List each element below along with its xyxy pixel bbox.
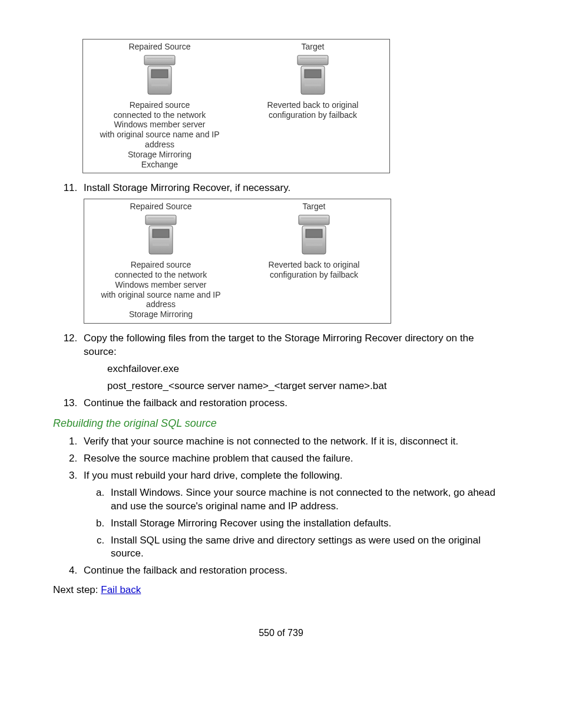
sql-step-4: Continue the failback and restoration pr… <box>80 564 509 578</box>
page-number: 550 of 739 <box>53 627 509 640</box>
diagram1-left-caption-1: Repaired source <box>85 100 234 110</box>
sql-step-3b-text: Install Storage Mirroring Recover using … <box>111 518 391 529</box>
sql-step-3c: Install SQL using the same drive and dir… <box>107 534 509 561</box>
server-icon <box>143 54 176 97</box>
svg-rect-4 <box>151 70 168 78</box>
svg-rect-23 <box>301 220 327 221</box>
next-step-line: Next step: Fail back <box>53 584 509 597</box>
svg-rect-5 <box>151 80 168 83</box>
sql-step-4-text: Continue the failback and restoration pr… <box>84 565 287 576</box>
diagram2-left-caption-2: connected to the network <box>87 270 235 280</box>
diagram2-right-caption-2: configuration by failback <box>240 270 388 280</box>
svg-rect-11 <box>305 70 321 78</box>
sql-step-3a: Install Windows. Since your source machi… <box>107 486 509 513</box>
step-11-text: Install Storage Mirroring Recover, if ne… <box>84 182 290 193</box>
file-2: post_restore_<source server name>_<targe… <box>107 380 509 393</box>
section-heading-sql: Rebuilding the original SQL source <box>53 416 509 430</box>
diagram2-left-title: Repaired Source <box>87 202 235 212</box>
diagram1-left-caption-5: Storage Mirroring <box>85 150 234 160</box>
diagram2-right-title: Target <box>240 202 388 212</box>
file-1: exchfailover.exe <box>107 363 509 376</box>
diagram1-left-title: Repaired Source <box>85 42 234 52</box>
diagram1-left-caption-6: Exchange <box>85 160 234 170</box>
diagram2-left-caption-3: Windows member server <box>87 280 235 290</box>
svg-rect-12 <box>305 80 321 83</box>
sql-step-1-text: Verify that your source machine is not c… <box>84 436 458 447</box>
step-11: Install Storage Mirroring Recover, if ne… <box>80 182 509 324</box>
svg-rect-15 <box>148 218 174 219</box>
svg-rect-20 <box>153 243 169 246</box>
step-13-text: Continue the failback and restoration pr… <box>84 397 287 409</box>
step-12-text: Copy the following files from the target… <box>84 332 474 357</box>
svg-rect-8 <box>300 58 326 59</box>
next-step-label: Next step: <box>53 584 101 595</box>
diagram-storage-mirroring: Repaired Source <box>84 199 391 324</box>
diagram1-right-title: Target <box>239 42 387 52</box>
svg-rect-2 <box>147 60 173 61</box>
svg-rect-26 <box>306 240 322 242</box>
sql-step-1: Verify that your source machine is not c… <box>80 435 509 449</box>
diagram1-left-caption-3: Windows member server <box>85 120 234 130</box>
svg-rect-13 <box>305 84 321 86</box>
diagram1-left-caption-2: connected to the network <box>85 110 234 120</box>
diagram1-left-caption-4: with original source name and IP address <box>85 130 234 150</box>
svg-rect-25 <box>306 229 322 238</box>
sql-step-3-text: If you must rebuild your hard drive, com… <box>84 470 342 481</box>
diagram2-left-caption-4: with original source name and IP address <box>87 290 235 310</box>
step-12: Copy the following files from the target… <box>80 332 509 393</box>
svg-rect-9 <box>300 60 326 61</box>
sql-step-2-text: Resolve the source machine problem that … <box>84 453 353 464</box>
sql-step-2: Resolve the source machine problem that … <box>80 452 509 466</box>
diagram2-left-caption-5: Storage Mirroring <box>87 309 235 319</box>
sql-step-3: If you must rebuild your hard drive, com… <box>80 469 509 561</box>
svg-rect-16 <box>148 220 174 221</box>
diagram-exchange: Repaired Source Repair <box>82 39 390 173</box>
svg-rect-6 <box>151 84 168 86</box>
svg-rect-27 <box>306 243 322 246</box>
sql-step-3a-text: Install Windows. Since your source machi… <box>111 487 495 512</box>
svg-rect-19 <box>153 240 169 242</box>
svg-rect-22 <box>301 218 327 219</box>
diagram1-right-caption-1: Reverted back to original <box>239 100 387 110</box>
diagram2-right-caption-1: Reverted back to original <box>240 260 388 270</box>
svg-rect-18 <box>153 229 169 238</box>
server-icon <box>296 54 329 97</box>
server-icon <box>144 214 177 256</box>
step-13: Continue the failback and restoration pr… <box>80 397 509 410</box>
server-icon <box>297 214 330 256</box>
svg-rect-1 <box>147 58 173 59</box>
diagram2-left-caption-1: Repaired source <box>87 260 235 270</box>
fail-back-link[interactable]: Fail back <box>101 584 141 595</box>
sql-step-3c-text: Install SQL using the same drive and dir… <box>111 535 481 559</box>
diagram1-right-caption-2: configuration by failback <box>239 110 387 120</box>
sql-step-3b: Install Storage Mirroring Recover using … <box>107 517 509 531</box>
